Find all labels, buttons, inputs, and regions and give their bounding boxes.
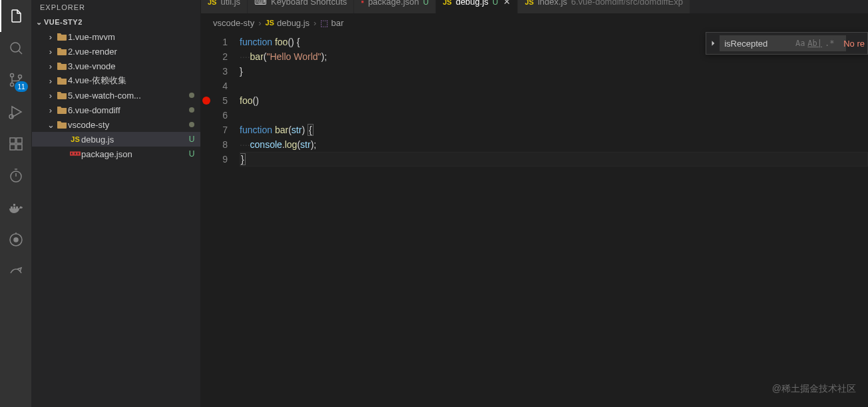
tree-item-label: 1.vue-mvvm: [68, 32, 183, 42]
chevron-right-icon: ›: [45, 61, 56, 71]
line-number: 5: [201, 93, 228, 108]
whole-word-toggle[interactable]: Ab|: [807, 36, 822, 51]
breadcrumb-label: vscode-sty: [213, 18, 254, 28]
folder-icon: [56, 105, 68, 115]
tab[interactable]: JSdebug.jsU✕: [436, 0, 518, 13]
svg-rect-16: [16, 206, 18, 208]
tab-suffix: 6.vue-domdiff/src/domdiffExp: [571, 0, 683, 7]
tree-folder[interactable]: ›6.vue-domdiff: [32, 103, 200, 117]
tree-item-label: 3.vue-vnode: [68, 61, 183, 71]
tree-file[interactable]: package.jsonU: [32, 147, 200, 161]
tree-item-label: 6.vue-domdiff: [68, 105, 183, 115]
activity-docker[interactable]: [0, 192, 32, 224]
folder-icon: [56, 61, 68, 71]
gitlens-icon: [8, 232, 24, 248]
breadcrumb-item[interactable]: JSdebug.js: [265, 18, 310, 28]
breadcrumb-item[interactable]: vscode-sty: [213, 18, 254, 28]
activity-timer[interactable]: [0, 160, 32, 192]
chevron-right-icon: ›: [258, 18, 261, 28]
code-line: function bar(str) {: [240, 123, 868, 137]
tree-file[interactable]: JSdebug.jsU: [32, 132, 200, 147]
extensions-icon: [8, 136, 24, 152]
tree-item-label: debug.js: [81, 135, 183, 145]
svg-point-4: [18, 75, 21, 79]
tree-folder[interactable]: ⌄vscode-sty: [32, 117, 200, 132]
files-icon: [8, 8, 24, 24]
find-expand-button[interactable]: [706, 32, 720, 55]
tree-item-label: 4.vue-依赖收集: [68, 75, 183, 87]
tree-folder[interactable]: ›3.vue-vnode: [32, 59, 200, 73]
code-line: ····console.log(str);: [240, 137, 868, 152]
js-file-icon: JS: [265, 19, 274, 27]
svg-rect-24: [78, 153, 79, 155]
breadcrumb-item[interactable]: ⬚bar: [320, 18, 343, 28]
line-number: 3: [201, 64, 228, 79]
project-root[interactable]: ⌄ VUE-STY2: [32, 15, 200, 29]
activity-share[interactable]: [0, 256, 32, 288]
line-number: 1: [201, 35, 228, 49]
line-number: 7: [201, 123, 228, 137]
chevron-right-icon: ›: [45, 32, 56, 42]
code-line: foo(): [240, 93, 868, 108]
line-number: 4: [201, 79, 228, 93]
svg-rect-15: [13, 206, 15, 208]
breadcrumbs[interactable]: vscode-sty›JSdebug.js›⬚bar: [201, 13, 868, 32]
js-file-icon: JS: [208, 0, 216, 6]
gutter: 123456789: [201, 32, 240, 407]
tree-folder[interactable]: ›4.vue-依赖收集: [32, 73, 200, 88]
tab[interactable]: ⌨Keyboard Shortcuts: [248, 0, 354, 13]
folder-icon: [56, 76, 68, 85]
tab[interactable]: JSutil.js: [201, 0, 248, 13]
activity-search[interactable]: [0, 32, 32, 64]
code-line: [240, 79, 868, 93]
tab-label: Keyboard Shortcuts: [271, 0, 347, 7]
activity-debug[interactable]: [0, 96, 32, 128]
tree-folder[interactable]: ›2.vue-render: [32, 44, 200, 59]
breakpoint-icon[interactable]: [202, 97, 210, 105]
tree-folder[interactable]: ›1.vue-mvvm: [32, 29, 200, 44]
chevron-right-icon: [709, 39, 717, 47]
tabs-row: JSutil.js⌨Keyboard Shortcuts▪package.jso…: [201, 0, 868, 13]
regex-toggle[interactable]: .*: [822, 36, 837, 51]
svg-line-1: [19, 51, 22, 54]
code-line: [240, 108, 868, 123]
close-icon[interactable]: ✕: [503, 0, 511, 7]
find-widget: Aa Ab| .* No re: [706, 32, 868, 55]
tab-label: index.js: [538, 0, 567, 7]
tab[interactable]: JSindex.js 6.vue-domdiff/src/domdiffExp: [518, 0, 690, 13]
editor[interactable]: 123456789 function foo() {····bar("Hello…: [201, 32, 868, 407]
chevron-down-icon: ⌄: [45, 120, 56, 130]
find-options: Aa Ab| .*: [793, 36, 837, 51]
file-tree: ⌄ VUE-STY2 ›1.vue-mvvm›2.vue-render›3.vu…: [32, 15, 200, 407]
svg-rect-9: [10, 145, 15, 150]
tab[interactable]: ▪package.jsonU: [354, 0, 436, 13]
project-root-label: VUE-STY2: [44, 18, 83, 26]
svg-rect-22: [71, 153, 73, 155]
activity-extensions[interactable]: [0, 128, 32, 160]
git-status: U: [183, 135, 200, 144]
activity-explorer[interactable]: [0, 0, 32, 32]
chevron-down-icon: ⌄: [35, 18, 44, 27]
row-status: [183, 122, 200, 127]
breadcrumb-label: bar: [331, 18, 343, 28]
svg-point-2: [10, 74, 13, 77]
folder-icon: [56, 91, 68, 100]
code[interactable]: function foo() {····bar("Hello World");}…: [240, 32, 868, 407]
line-number: 8: [201, 137, 228, 152]
tab-label: util.js: [220, 0, 240, 7]
svg-rect-7: [10, 138, 15, 143]
chevron-right-icon: ›: [45, 91, 56, 101]
npm-file-icon: ▪: [361, 0, 364, 7]
match-case-toggle[interactable]: Aa: [793, 36, 807, 51]
chevron-right-icon: ›: [45, 47, 56, 57]
activity-gitlens[interactable]: [0, 224, 32, 256]
tab-label: debug.js: [456, 0, 489, 7]
folder-icon: [56, 32, 68, 41]
row-status: [183, 93, 200, 98]
js-file-icon: JS: [525, 0, 533, 6]
tree-folder[interactable]: ›5.vue-watch-com...: [32, 88, 200, 103]
activity-scm[interactable]: 11: [0, 64, 32, 96]
explorer-sidebar: EXPLORER ⌄ VUE-STY2 ›1.vue-mvvm›2.vue-re…: [32, 0, 201, 407]
search-icon: [8, 40, 24, 56]
tree-item-label: 2.vue-render: [68, 47, 183, 57]
